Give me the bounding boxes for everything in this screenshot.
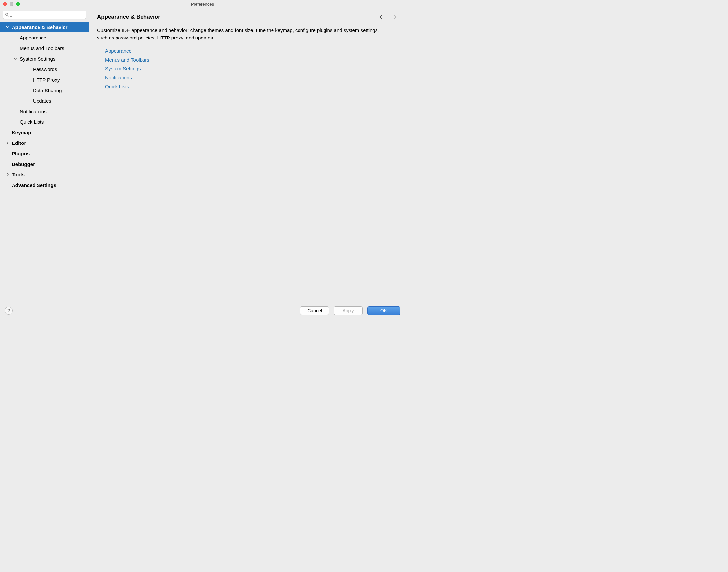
preferences-sidebar: Appearance & BehaviorAppearanceMenus and…	[0, 8, 89, 303]
tree-item-label: Advanced Settings	[12, 182, 56, 188]
window-zoom-button[interactable]	[16, 2, 20, 6]
tree-item-label: Quick Lists	[20, 119, 44, 125]
tree-item-label: Keymap	[12, 130, 31, 135]
tree-item[interactable]: Plugins	[0, 148, 89, 159]
tree-item[interactable]: HTTP Proxy	[0, 74, 89, 85]
plugin-indicator-icon	[81, 152, 85, 155]
search-input[interactable]	[12, 12, 84, 17]
tree-item-label: Notifications	[20, 109, 47, 114]
dialog-footer: ? Cancel Apply OK	[0, 303, 405, 318]
nav-back-button[interactable]	[379, 14, 385, 20]
tree-item-label: Appearance	[20, 35, 47, 41]
chevron-right-icon[interactable]	[5, 172, 10, 177]
tree-item[interactable]: Appearance	[0, 32, 89, 43]
tree-item-label: Menus and Toolbars	[20, 46, 64, 51]
tree-item[interactable]: Debugger	[0, 159, 89, 169]
subpage-link[interactable]: Notifications	[105, 73, 397, 82]
subpage-link[interactable]: System Settings	[105, 64, 397, 73]
svg-line-1	[8, 15, 9, 16]
tree-item-label: Tools	[12, 172, 25, 177]
subpage-link[interactable]: Quick Lists	[105, 82, 397, 91]
tree-item-label: Passwords	[33, 67, 57, 72]
page-description: Customize IDE appearance and behavior: c…	[97, 26, 383, 42]
tree-item[interactable]: Keymap	[0, 127, 89, 138]
tree-item[interactable]: Appearance & Behavior	[0, 22, 89, 32]
tree-item[interactable]: Passwords	[0, 64, 89, 74]
page-title: Appearance & Behavior	[97, 14, 160, 20]
window-titlebar: Preferences	[0, 0, 405, 8]
tree-item-label: Appearance & Behavior	[12, 24, 67, 30]
subpage-link[interactable]: Appearance	[105, 47, 397, 55]
svg-point-0	[6, 13, 8, 16]
settings-detail-panel: Appearance & Behavior Customize IDE appe…	[89, 8, 405, 303]
subpage-links: AppearanceMenus and ToolbarsSystem Setti…	[97, 47, 397, 91]
tree-item[interactable]: Menus and Toolbars	[0, 43, 89, 53]
chevron-down-icon[interactable]	[13, 56, 18, 61]
ok-button[interactable]: OK	[367, 306, 400, 315]
tree-item-label: Data Sharing	[33, 87, 62, 93]
tree-item-label: System Settings	[20, 56, 55, 62]
chevron-right-icon[interactable]	[5, 141, 10, 145]
cancel-button[interactable]: Cancel	[300, 306, 329, 315]
window-title: Preferences	[0, 2, 405, 7]
subpage-link[interactable]: Menus and Toolbars	[105, 55, 397, 64]
tree-item[interactable]: Tools	[0, 169, 89, 180]
search-icon	[5, 13, 9, 17]
tree-item-label: Updates	[33, 98, 51, 104]
help-button[interactable]: ?	[5, 307, 12, 314]
tree-item[interactable]: Advanced Settings	[0, 180, 89, 190]
settings-tree[interactable]: Appearance & BehaviorAppearanceMenus and…	[0, 21, 89, 303]
chevron-down-icon[interactable]	[5, 25, 10, 29]
search-field[interactable]	[3, 10, 86, 19]
tree-item[interactable]: Notifications	[0, 106, 89, 117]
tree-item-label: HTTP Proxy	[33, 77, 60, 83]
tree-item[interactable]: Editor	[0, 138, 89, 148]
window-minimize-button[interactable]	[10, 2, 13, 6]
apply-button: Apply	[334, 306, 363, 315]
tree-item[interactable]: Updates	[0, 95, 89, 106]
window-close-button[interactable]	[3, 2, 7, 6]
tree-item-label: Editor	[12, 140, 26, 146]
tree-item[interactable]: System Settings	[0, 53, 89, 64]
tree-item[interactable]: Quick Lists	[0, 117, 89, 127]
tree-item-label: Plugins	[12, 151, 29, 156]
nav-forward-button	[391, 14, 397, 20]
tree-item[interactable]: Data Sharing	[0, 85, 89, 95]
tree-item-label: Debugger	[12, 161, 35, 167]
